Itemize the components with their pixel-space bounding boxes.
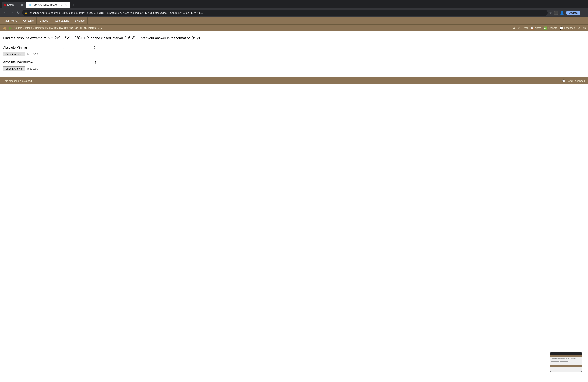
maximum-x-input[interactable]	[34, 59, 62, 65]
maximum-section: Absolute Maximum=( , )	[3, 59, 585, 65]
loncapa-nav: Main Menu Contents Grades Reservations S…	[0, 17, 588, 24]
timer-icon: ⏱	[518, 26, 521, 30]
print-label: Print	[581, 27, 587, 29]
tab-loncapa-close[interactable]: ✕	[65, 3, 68, 7]
tab-netflix[interactable]: N Netflix ✕	[1, 1, 26, 8]
netflix-icon: N	[4, 3, 6, 7]
menu-button[interactable]: ⋮	[582, 11, 586, 15]
maximum-y-input[interactable]	[66, 59, 94, 65]
minimum-tries: Tries 0/99	[27, 53, 38, 56]
new-tab-button[interactable]: +	[70, 2, 76, 8]
maximum-tries: Tries 0/99	[27, 67, 38, 70]
print-icon: 🖨	[577, 26, 581, 30]
main-content: Find the absolute extrema of y = 2x3 − 6…	[0, 31, 588, 77]
reload-button[interactable]: ↻	[16, 10, 21, 16]
tab-netflix-close[interactable]: ✕	[21, 3, 23, 7]
maximum-submit-row: Submit Answer Tries 0/99	[3, 66, 585, 71]
extensions-button[interactable]: ⬛	[554, 11, 558, 15]
breadcrumb-forward[interactable]: ▶	[8, 25, 13, 31]
breadcrumb-tools: ◀ ⏱ Timer 📋 Notes ✅ Evaluate 💬 Feedback …	[513, 26, 587, 30]
math-formula: y = 2x3 − 6x2 − 210x + 9	[48, 36, 90, 40]
breadcrumb-course: Course Contents	[14, 27, 32, 29]
send-feedback-label: Send Feedback	[567, 79, 585, 82]
nav-contents[interactable]: Contents	[21, 17, 37, 24]
minimum-label: Absolute Minimum=(	[3, 46, 32, 49]
format-example: (x, y)	[192, 36, 200, 40]
forward-button[interactable]: →	[9, 10, 14, 16]
evaluate-icon: ✅	[544, 26, 547, 30]
breadcrumb-left: ◀ ▶ Course Contents » Homework » HW 19 »…	[1, 25, 102, 31]
address-text: loncapa07.purdue.edu/enc/123/d0c6029d24b…	[29, 11, 545, 14]
loncapa-tab-icon: 🌐	[28, 4, 31, 6]
feedback-label: Feedback	[564, 27, 575, 29]
minimum-y-input[interactable]	[65, 45, 93, 50]
minimum-submit-button[interactable]: Submit Answer	[3, 52, 25, 56]
problem-statement: Find the absolute extrema of y = 2x3 − 6…	[3, 35, 585, 41]
tab-loncapa[interactable]: 🌐 LON-CAPA HW 19:Abs_Ext_o... ✕	[26, 1, 70, 8]
notes-icon: 📋	[531, 26, 534, 30]
tab-netflix-title: Netflix	[7, 4, 19, 6]
evaluate-label: Evaluate	[548, 27, 557, 29]
address-bar-row: ← → ↻ 🔒 loncapa07.purdue.edu/enc/123/d0c…	[0, 8, 588, 17]
maximum-comma: ,	[64, 60, 64, 64]
tab-bar: N Netflix ✕ 🌐 LON-CAPA HW 19:Abs_Ext_o..…	[0, 0, 588, 8]
discussion-closed-text: This discussion is closed.	[3, 79, 33, 82]
minimum-section: Absolute Minimum=( , )	[3, 45, 585, 50]
footer-bar: This discussion is closed. 💬 Send Feedba…	[0, 77, 588, 84]
maximum-submit-button[interactable]: Submit Answer	[3, 66, 25, 71]
breadcrumb: Course Contents » Homework » HW 19 » HW …	[14, 27, 102, 29]
update-button[interactable]: Update	[566, 11, 580, 15]
profile-button[interactable]: 👤	[560, 11, 564, 15]
send-feedback-icon: 💬	[562, 79, 566, 82]
maximum-close-paren: )	[95, 60, 96, 64]
nav-grades[interactable]: Grades	[37, 17, 51, 24]
breadcrumb-current: HW 19 : Abs_Ext_on_an_Interval_3 ...	[59, 27, 102, 29]
lock-icon: 🔒	[25, 11, 28, 14]
back-arrow-tool[interactable]: ◀	[513, 26, 515, 30]
timer-label: Timer	[522, 27, 528, 29]
window-maximize[interactable]: □	[579, 3, 581, 7]
nav-main-menu[interactable]: Main Menu	[1, 17, 21, 24]
breadcrumb-hw19: HW 19	[49, 27, 57, 29]
bookmark-button[interactable]: ☆	[549, 11, 552, 15]
timer-tool[interactable]: ⏱ Timer	[518, 26, 528, 30]
minimum-submit-row: Submit Answer Tries 0/99	[3, 52, 585, 56]
problem-interval-text: on the closed interval	[90, 36, 124, 40]
browser-chrome: N Netflix ✕ 🌐 LON-CAPA HW 19:Abs_Ext_o..…	[0, 0, 588, 17]
send-feedback-button[interactable]: 💬 Send Feedback	[562, 79, 585, 82]
interval: [−6, 8].	[125, 36, 137, 40]
problem-instruction: Find the absolute extrema of	[3, 36, 47, 40]
feedback-tool[interactable]: 💬 Feedback	[560, 26, 575, 30]
notes-tool[interactable]: 📋 Notes	[531, 26, 541, 30]
notes-label: Notes	[535, 27, 541, 29]
print-tool[interactable]: 🖨 Print	[577, 26, 587, 30]
minimum-comma: ,	[63, 46, 63, 49]
feedback-icon: 💬	[560, 26, 563, 30]
address-bar[interactable]: 🔒 loncapa07.purdue.edu/enc/123/d0c6029d2…	[22, 10, 547, 16]
minimum-x-input[interactable]	[33, 45, 61, 50]
breadcrumb-row: ◀ ▶ Course Contents » Homework » HW 19 »…	[0, 24, 588, 31]
problem-format-text: Enter your answer in the format of	[138, 36, 191, 40]
nav-syllabus[interactable]: Syllabus	[72, 17, 88, 24]
tab-loncapa-title: LON-CAPA HW 19:Abs_Ext_o...	[33, 4, 63, 6]
minimum-close-paren: )	[94, 46, 95, 49]
nav-reservations[interactable]: Reservations	[51, 17, 72, 24]
maximum-label: Absolute Maximum=(	[3, 60, 33, 64]
back-button[interactable]: ←	[2, 10, 8, 16]
breadcrumb-homework: Homework	[35, 27, 46, 29]
evaluate-tool[interactable]: ✅ Evaluate	[544, 26, 557, 30]
address-actions: ☆ ⬛ 👤 Update ⋮	[549, 11, 586, 15]
window-minimize[interactable]: ─	[576, 3, 578, 7]
window-close[interactable]: ✕	[582, 3, 585, 7]
breadcrumb-back[interactable]: ◀	[1, 25, 7, 31]
